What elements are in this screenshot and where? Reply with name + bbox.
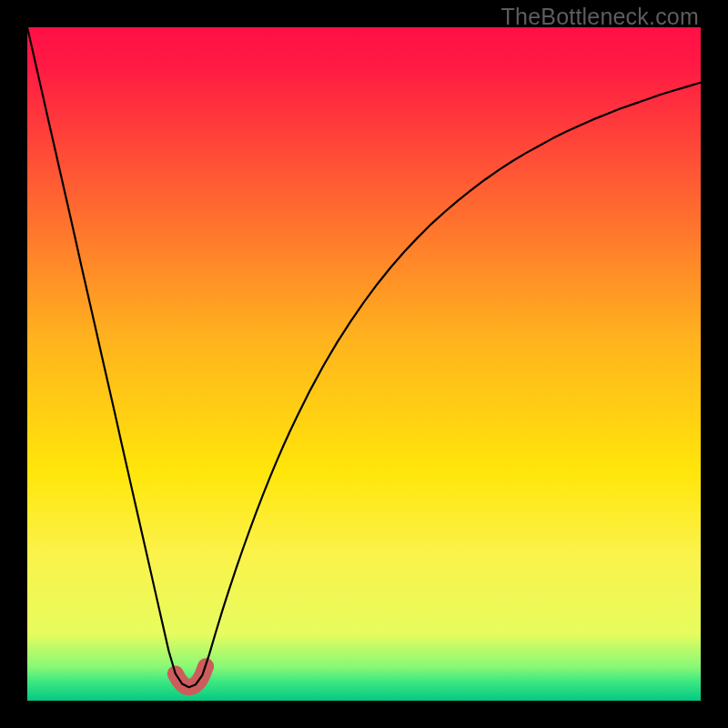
- gradient-background: [27, 27, 701, 701]
- chart-plot-area: [27, 27, 701, 701]
- bottleneck-curve-chart: [27, 27, 701, 701]
- watermark-text: TheBottleneck.com: [501, 4, 699, 30]
- chart-frame: TheBottleneck.com: [0, 0, 728, 728]
